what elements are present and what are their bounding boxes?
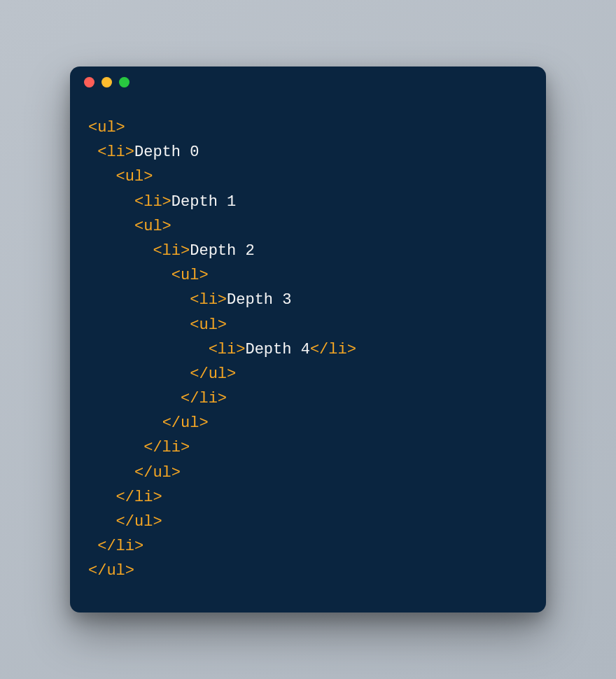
html-tag: </li>: [116, 489, 162, 506]
code-text: Depth 1: [172, 193, 236, 211]
html-tag: <li>: [153, 242, 190, 260]
code-line: <ul>: [88, 263, 528, 288]
html-tag: <li>: [97, 144, 134, 161]
html-tag: </li>: [310, 341, 356, 358]
code-line: </ul>: [88, 362, 528, 386]
html-tag: </ul>: [116, 513, 162, 531]
html-tag: <ul>: [134, 218, 172, 235]
html-tag: <ul>: [172, 267, 209, 284]
html-tag: </li>: [144, 439, 190, 456]
close-icon[interactable]: [84, 77, 94, 88]
code-line: <li>Depth 1: [88, 190, 528, 214]
code-line: </li>: [88, 534, 528, 559]
code-text: Depth 2: [190, 242, 254, 260]
code-text: Depth 4: [245, 341, 309, 358]
code-window: <ul> <li>Depth 0 <ul> <li>Depth 1 <ul> <…: [70, 66, 546, 612]
code-line: </ul>: [88, 461, 528, 485]
code-line: <ul>: [88, 115, 528, 140]
html-tag: </ul>: [162, 414, 209, 432]
html-tag: <ul>: [190, 316, 227, 334]
code-line: </li>: [88, 485, 528, 510]
code-text: Depth 0: [134, 144, 199, 161]
titlebar: [70, 66, 546, 97]
html-tag: </li>: [181, 390, 227, 407]
code-line: </ul>: [88, 411, 528, 435]
html-tag: <li>: [209, 341, 246, 358]
code-line: <li>Depth 0: [88, 140, 528, 164]
code-line: <ul>: [88, 313, 528, 337]
code-text: Depth 3: [227, 291, 291, 309]
html-tag: <ul>: [88, 119, 125, 136]
code-line: <li>Depth 2: [88, 239, 528, 263]
html-tag: </ul>: [88, 562, 134, 580]
code-line: </li>: [88, 386, 528, 411]
code-line: </li>: [88, 435, 528, 460]
html-tag: </ul>: [190, 365, 236, 383]
html-tag: <li>: [190, 291, 227, 309]
minimize-icon[interactable]: [102, 77, 112, 88]
code-line: </ul>: [88, 559, 528, 583]
html-tag: <li>: [134, 193, 172, 211]
code-line: <ul>: [88, 214, 528, 239]
code-line: <li>Depth 4</li>: [88, 337, 528, 362]
code-line: <li>Depth 3: [88, 288, 528, 312]
code-line: <ul>: [88, 164, 528, 189]
html-tag: </ul>: [134, 464, 181, 482]
code-line: </ul>: [88, 510, 528, 534]
html-tag: </li>: [97, 538, 144, 555]
code-block: <ul> <li>Depth 0 <ul> <li>Depth 1 <ul> <…: [70, 97, 546, 598]
html-tag: <ul>: [116, 168, 153, 186]
maximize-icon[interactable]: [119, 77, 130, 88]
